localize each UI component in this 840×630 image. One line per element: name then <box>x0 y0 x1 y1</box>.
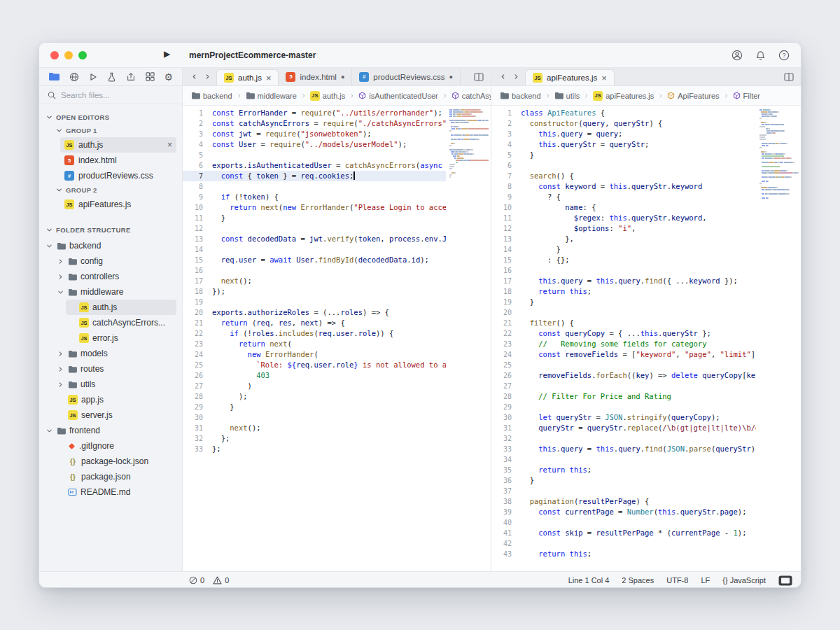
chev-left-icon[interactable] <box>500 74 506 80</box>
chevron-right-icon[interactable] <box>56 382 64 388</box>
close-button[interactable] <box>50 51 59 59</box>
tree-item-inner[interactable]: middleware <box>55 284 176 300</box>
chev-left-icon[interactable] <box>191 74 197 80</box>
tab-productReviews.css[interactable]: #productReviews.css● <box>352 68 461 85</box>
chevron-right-icon[interactable] <box>56 351 64 357</box>
tree-item-inner[interactable]: JSserver.js <box>55 407 176 423</box>
breadcrumb-item[interactable]: ApiFeatures <box>667 92 719 100</box>
tree-item[interactable]: README.md <box>43 484 176 500</box>
tree-item[interactable]: routes <box>43 361 176 377</box>
run-icon[interactable]: ▶ <box>164 49 170 59</box>
tree-item-inner[interactable]: controllers <box>55 269 176 284</box>
tree-item[interactable]: {}package-lock.json <box>43 454 176 469</box>
split-editor-icon[interactable] <box>777 68 801 85</box>
status-item[interactable]: UTF-8 <box>666 576 688 584</box>
folder-structure-header[interactable]: FOLDER STRUCTURE <box>39 223 182 237</box>
breadcrumb-item[interactable]: JSapiFeatures.js <box>593 91 654 101</box>
tree-item[interactable]: controllers <box>43 269 176 284</box>
breadcrumb-item[interactable]: backend <box>191 92 232 100</box>
tests-icon[interactable] <box>107 72 116 82</box>
tree-item-inner[interactable]: JSerror.js <box>66 330 176 346</box>
extensions-icon[interactable] <box>146 72 155 81</box>
status-item[interactable]: LF <box>701 576 710 584</box>
chevron-down-icon[interactable] <box>56 289 64 295</box>
tab-apiFeatures.js[interactable]: JSapiFeatures.js× <box>525 69 615 85</box>
bell-icon[interactable] <box>755 50 766 61</box>
monitor-icon[interactable] <box>778 575 792 586</box>
chevron-down-icon[interactable] <box>45 428 53 434</box>
tree-item-inner[interactable]: utils <box>55 377 176 392</box>
tree-item[interactable]: frontend <box>43 423 176 438</box>
breadcrumb-item[interactable]: utils <box>554 92 580 100</box>
breadcrumb-item[interactable]: Filter <box>733 92 760 100</box>
tree-item-inner[interactable]: JSapp.js <box>55 392 176 407</box>
tree-item[interactable]: config <box>43 253 176 269</box>
code-area[interactable]: 1const ErrorHander = require("../utils/e… <box>183 106 491 571</box>
open-editors-header[interactable]: OPEN EDITORS <box>39 110 182 124</box>
breadcrumb-item[interactable]: JSauth.js <box>310 91 345 101</box>
tree-item[interactable]: middleware <box>43 284 176 300</box>
zoom-button[interactable] <box>78 51 87 59</box>
help-icon[interactable]: ? <box>778 50 790 61</box>
minimize-button[interactable] <box>64 51 73 59</box>
breadcrumb-item[interactable]: isAuthenticatedUser <box>358 92 438 100</box>
tree-item-inner[interactable]: routes <box>55 361 176 377</box>
tree-item-inner[interactable]: config <box>55 253 176 269</box>
tree-item[interactable]: utils <box>43 377 176 392</box>
status-item[interactable]: 2 Spaces <box>622 576 654 584</box>
tree-item[interactable]: JSserver.js <box>43 407 176 423</box>
account-icon[interactable] <box>732 50 743 61</box>
globe-icon[interactable] <box>69 72 79 82</box>
tree-item[interactable]: JSapp.js <box>43 392 176 407</box>
chevron-right-icon[interactable] <box>56 274 64 280</box>
tree-item-inner[interactable]: {}package.json <box>55 469 176 484</box>
breadcrumb-item[interactable]: catchAsyn <box>451 92 491 100</box>
status-item[interactable]: {} JavaScript <box>722 576 766 584</box>
breadcrumb-item[interactable]: middleware <box>246 92 297 100</box>
tree-item-inner[interactable]: .gitIgnore <box>55 438 176 454</box>
tab-auth.js[interactable]: JSauth.js× <box>216 69 279 85</box>
tree-item-inner[interactable]: README.md <box>55 484 176 500</box>
close-icon[interactable]: × <box>266 74 272 83</box>
close-icon[interactable]: × <box>601 74 607 83</box>
tree-item[interactable]: JSauth.js <box>43 300 176 315</box>
open-editor-item[interactable]: 5index.html <box>60 153 176 168</box>
settings-icon[interactable]: ⚙ <box>164 72 173 82</box>
problems-errors[interactable]: 0 <box>189 576 204 584</box>
split-editor-icon[interactable] <box>467 68 491 85</box>
chev-right-icon[interactable] <box>204 74 211 80</box>
open-editor-item[interactable]: JSapiFeatures.js <box>60 197 176 212</box>
status-item[interactable]: Line 1 Col 4 <box>568 576 610 584</box>
close-icon[interactable]: × <box>167 141 172 149</box>
chevron-down-icon[interactable] <box>45 243 53 249</box>
minimap[interactable] <box>446 108 491 571</box>
open-editor-item[interactable]: JSauth.js× <box>60 137 176 153</box>
editor-group-header[interactable]: GROUP 1 <box>39 124 182 137</box>
tab-index.html[interactable]: 5index.html● <box>279 68 352 85</box>
tree-item-inner[interactable]: {}package-lock.json <box>55 454 176 469</box>
share-icon[interactable] <box>126 72 136 82</box>
tree-item-inner[interactable]: backend <box>43 238 176 253</box>
tree-item-inner[interactable]: frontend <box>43 423 176 438</box>
tree-item-inner[interactable]: models <box>55 346 176 361</box>
files-icon[interactable] <box>48 72 59 81</box>
file-search-input[interactable]: Search files... <box>39 86 182 104</box>
chevron-right-icon[interactable] <box>56 366 64 372</box>
chevron-right-icon[interactable] <box>56 258 64 265</box>
editor-group-header[interactable]: GROUP 2 <box>39 183 182 197</box>
tree-item[interactable]: JSerror.js <box>43 330 176 346</box>
problems-warnings[interactable]: 0 <box>213 576 229 584</box>
tree-item[interactable]: JScatchAsyncErrors... <box>43 315 176 330</box>
tree-item[interactable]: {}package.json <box>43 469 176 484</box>
tree-item[interactable]: backend <box>43 238 176 253</box>
tree-item[interactable]: models <box>43 346 176 361</box>
code-area[interactable]: 1class ApiFeatures {2 constructor(query,… <box>491 106 801 571</box>
tree-item-inner[interactable]: JScatchAsyncErrors... <box>66 315 176 330</box>
chev-right-icon[interactable] <box>513 74 519 80</box>
tree-item-inner[interactable]: JSauth.js <box>66 300 176 315</box>
open-editor-item[interactable]: #productReviews.css <box>60 168 176 183</box>
sidebar-scroll[interactable]: OPEN EDITORS GROUP 1JSauth.js×5index.htm… <box>39 104 182 571</box>
breadcrumb[interactable]: backendutilsJSapiFeatures.jsApiFeaturesF… <box>491 86 801 106</box>
breadcrumb[interactable]: backendmiddlewareJSauth.jsisAuthenticate… <box>183 86 491 106</box>
run-icon[interactable] <box>89 73 97 81</box>
